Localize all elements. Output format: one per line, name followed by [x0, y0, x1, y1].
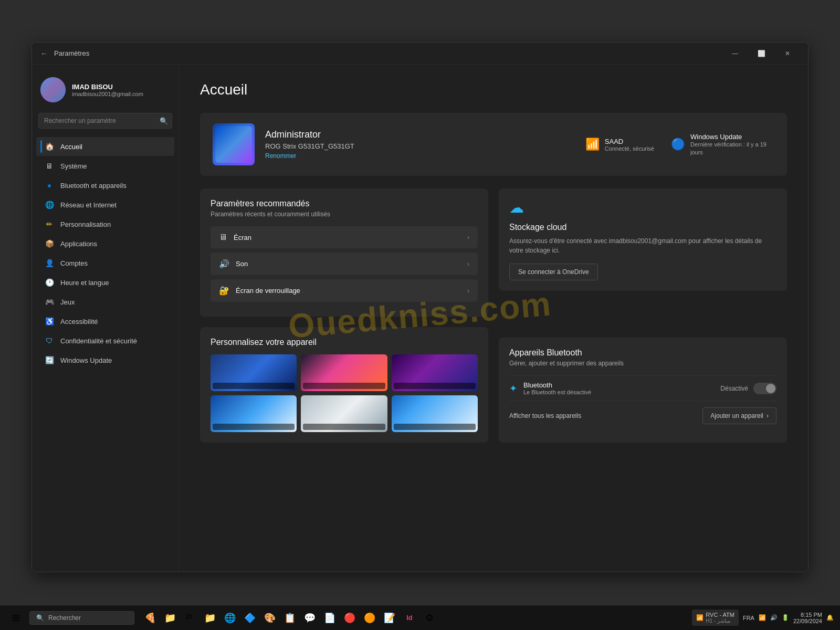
search-input[interactable] [38, 113, 172, 129]
bluetooth-footer: Afficher tous les appareils Ajouter un a… [509, 401, 776, 424]
taskbar-time[interactable]: 8:15 PM 22/09/2024 [793, 612, 822, 624]
volume-icon: 🔊 [770, 614, 778, 621]
sidebar-item-comptes[interactable]: 👤 Comptes [36, 254, 174, 272]
taskbar-app-4[interactable]: 📁 [201, 608, 219, 627]
add-device-arrow: › [766, 412, 769, 419]
wifi-indicator: 📶 [759, 614, 766, 621]
bottom-section: Personnalisez votre appareil Appareils [200, 327, 787, 443]
wifi-label: SAAD [605, 138, 654, 145]
wifi-sublabel: Connecté, sécurisé [605, 145, 654, 152]
taskbar-app-1[interactable]: 🍕 [141, 608, 160, 627]
sidebar-label-heure: Heure et langue [60, 279, 109, 287]
sidebar-label-comptes: Comptes [60, 259, 88, 267]
wallpaper-2[interactable] [301, 354, 387, 391]
settings-window: ← Paramètres — ⬜ ✕ IMAD BISOU imadbi [32, 42, 808, 572]
time-display: 8:15 PM [793, 612, 822, 618]
titlebar: ← Paramètres — ⬜ ✕ [32, 43, 808, 65]
back-button[interactable]: ← [40, 49, 48, 58]
add-device-button[interactable]: Ajouter un appareil › [702, 407, 776, 424]
wallpaper-4[interactable] [211, 395, 297, 432]
taskbar-app-9[interactable]: 🔴 [340, 608, 359, 627]
wallpaper-1[interactable] [211, 354, 297, 391]
network-name: RVC - ATM [706, 612, 734, 618]
start-button[interactable]: ⊞ [6, 608, 25, 627]
window-title: Paramètres [54, 49, 89, 57]
device-model: ROG Strix G531GT_G531GT [265, 142, 575, 150]
lock-screen-icon: 🔐 [219, 286, 229, 296]
security-icon: 🛡 [45, 336, 54, 345]
son-label: Son [236, 260, 461, 268]
sidebar: IMAD BISOU imadbisou2001@gmail.com 🔍 🏠 A… [32, 65, 179, 572]
sidebar-item-personnalisation[interactable]: ✏ Personnalisation [36, 215, 174, 234]
ecran-label: Écran [234, 234, 461, 242]
windows-update-status[interactable]: 🔵 Windows Update Dernière vérification :… [671, 133, 774, 156]
sidebar-item-heure[interactable]: 🕐 Heure et langue [36, 273, 174, 292]
recommended-settings-card: Paramètres recommandés Paramètres récent… [200, 188, 488, 317]
sidebar-label-applications: Applications [60, 240, 97, 248]
taskbar-search[interactable]: 🔍 Rechercher [29, 611, 134, 625]
update-status-icon: 🔵 [671, 138, 685, 151]
wifi-status[interactable]: 📶 SAAD Connecté, sécurisé [585, 133, 654, 156]
wallpaper-3[interactable] [392, 354, 478, 391]
wallpaper-6[interactable] [392, 395, 478, 432]
onedrive-connect-button[interactable]: Se connecter à OneDrive [509, 264, 598, 280]
user-email: imadbisou2001@gmail.com [72, 91, 170, 97]
taskbar-app-10[interactable]: 🟠 [360, 608, 379, 627]
taskbar-right: 📶 RVC - ATM H1 - مباشر FRA 📶 🔊 🔋 8:15 PM… [692, 610, 834, 626]
bluetooth-subtitle: Gérer, ajouter et supprimer des appareil… [509, 360, 776, 367]
taskbar-app-ps[interactable]: 🎨 [260, 608, 279, 627]
taskbar-app-8[interactable]: 📄 [320, 608, 339, 627]
device-name: Administrator [265, 129, 575, 140]
taskbar-app-id[interactable]: Id [400, 608, 419, 627]
chevron-right-icon-2: › [467, 260, 469, 268]
cloud-title: Stockage cloud [509, 223, 776, 232]
network-icon: 🌐 [45, 200, 54, 209]
screen-icon: 🖥 [219, 233, 227, 242]
show-all-devices-link[interactable]: Afficher tous les appareils [509, 412, 581, 419]
taskbar-app-6[interactable]: 📋 [280, 608, 299, 627]
personalize-card: Personnalisez votre appareil [200, 327, 488, 443]
sidebar-item-accueil[interactable]: 🏠 Accueil [36, 137, 174, 156]
taskbar-network[interactable]: 📶 RVC - ATM H1 - مباشر [692, 610, 739, 626]
sidebar-item-jeux[interactable]: 🎮 Jeux [36, 292, 174, 311]
taskbar-app-7[interactable]: 💬 [300, 608, 319, 627]
settings-item-ecran[interactable]: 🖥 Écran › [211, 226, 478, 248]
sidebar-item-confidentialite[interactable]: 🛡 Confidentialité et sécurité [36, 331, 174, 350]
wallpaper-5[interactable] [301, 395, 387, 432]
top-right-items: 📶 SAAD Connecté, sécurisé 🔵 Windows Upda… [585, 133, 774, 156]
sidebar-label-bluetooth: Bluetooth et appareils [60, 182, 127, 190]
sidebar-item-accessibilite[interactable]: ♿ Accessibilité [36, 312, 174, 331]
sidebar-item-applications[interactable]: 📦 Applications [36, 234, 174, 253]
maximize-button[interactable]: ⬜ [749, 45, 773, 62]
chevron-right-icon-3: › [467, 287, 469, 295]
cloud-storage-card: ☁ Stockage cloud Assurez-vous d'être con… [499, 188, 787, 291]
cloud-icon: ☁ [509, 199, 776, 216]
sidebar-item-bluetooth[interactable]: ● Bluetooth et appareils [36, 176, 174, 195]
sidebar-item-windows-update[interactable]: 🔄 Windows Update [36, 351, 174, 370]
minimize-button[interactable]: — [723, 45, 747, 62]
taskbar-app-3[interactable]: 🏳 [181, 608, 200, 627]
settings-item-ecran-verrouillage[interactable]: 🔐 Écran de verrouillage › [211, 279, 478, 302]
bluetooth-device-status: Le Bluetooth est désactivé [523, 389, 591, 395]
user-profile[interactable]: IMAD BISOU imadbisou2001@gmail.com [32, 73, 178, 113]
bluetooth-toggle[interactable] [753, 383, 776, 394]
sidebar-label-systeme: Système [60, 162, 87, 170]
chevron-right-icon: › [467, 234, 469, 241]
ecran-verr-label: Écran de verrouillage [236, 287, 461, 295]
close-button[interactable]: ✕ [775, 45, 800, 62]
bluetooth-toggle-label: Désactivé [720, 385, 748, 392]
notification-icon: 🔔 [826, 614, 834, 621]
bluetooth-icon: ● [45, 181, 54, 190]
settings-item-son[interactable]: 🔊 Son › [211, 253, 478, 275]
sidebar-item-reseau[interactable]: 🌐 Réseau et Internet [36, 195, 174, 214]
device-icon [215, 126, 252, 163]
taskbar-app-2[interactable]: 📁 [161, 608, 180, 627]
taskbar-app-edge[interactable]: 🔷 [240, 608, 259, 627]
rename-link[interactable]: Renommer [265, 152, 575, 160]
accounts-icon: 👤 [45, 258, 54, 268]
sidebar-item-systeme[interactable]: 🖥 Système [36, 156, 174, 175]
taskbar-app-chrome[interactable]: 🌐 [220, 608, 239, 627]
sidebar-label-jeux: Jeux [60, 298, 75, 306]
taskbar-app-11[interactable]: 📝 [380, 608, 399, 627]
taskbar-app-settings[interactable]: ⚙ [420, 608, 439, 627]
